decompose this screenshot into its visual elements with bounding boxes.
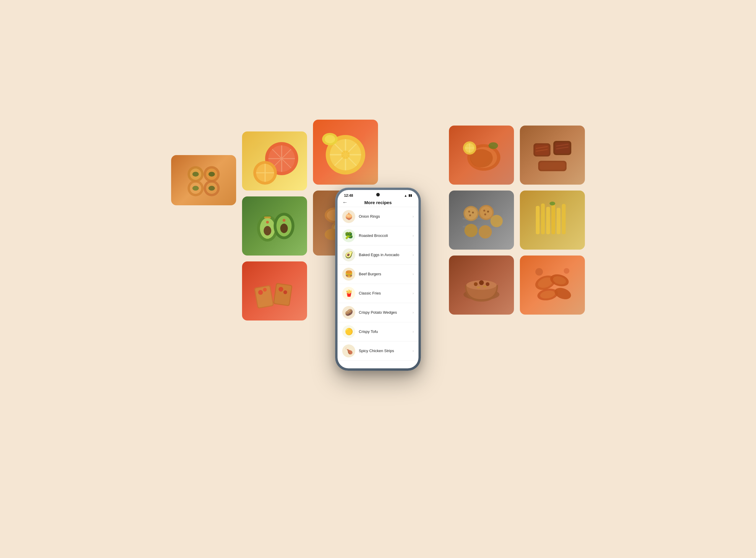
svg-rect-92 bbox=[552, 205, 555, 234]
svg-point-8 bbox=[192, 172, 199, 176]
recipe-name-crispy-tofu: Crispy Tofu bbox=[359, 329, 409, 334]
svg-point-98 bbox=[474, 282, 478, 286]
recipe-name-classic-fries: Classic Fries bbox=[359, 291, 409, 296]
svg-point-101 bbox=[477, 286, 481, 288]
svg-point-37 bbox=[341, 150, 350, 159]
recipe-list: 🧅 Onion Rings › 🥦 Roasted Broccoli › 🥑 B… bbox=[338, 207, 418, 362]
svg-point-78 bbox=[468, 211, 470, 212]
recipe-chevron-onion-rings: › bbox=[413, 214, 414, 219]
svg-rect-30 bbox=[264, 217, 271, 218]
recipe-chevron-classic-fries: › bbox=[413, 291, 414, 296]
recipe-name-baked-eggs-avocado: Baked Eggs in Avocado bbox=[359, 253, 409, 257]
svg-point-9 bbox=[209, 172, 215, 176]
svg-rect-94 bbox=[562, 204, 566, 234]
recipe-thumb-beef-burgers: 🍔 bbox=[342, 268, 355, 281]
svg-rect-90 bbox=[541, 204, 545, 234]
recipe-name-onion-rings: Onion Rings bbox=[359, 214, 409, 219]
recipe-item-spicy-chicken-strips[interactable]: 🍗 Spicy Chicken Strips › bbox=[338, 341, 418, 361]
status-time: 12:48 bbox=[344, 194, 353, 198]
svg-point-84 bbox=[487, 211, 489, 212]
svg-point-83 bbox=[483, 209, 485, 211]
recipe-item-classic-fries[interactable]: 🍟 Classic Fries › bbox=[338, 284, 418, 303]
phone-screen: 12:48 ▲ ▮▮ ← More recipes 🧅 Onion Rings … bbox=[338, 190, 418, 369]
camera-notch bbox=[376, 193, 380, 197]
svg-point-88 bbox=[490, 215, 503, 227]
svg-point-39 bbox=[325, 135, 335, 143]
svg-rect-54 bbox=[274, 284, 291, 305]
recipe-chevron-crispy-potato-wedges: › bbox=[413, 310, 414, 314]
recipe-item-beef-burgers[interactable]: 🍔 Beef Burgers › bbox=[338, 265, 418, 284]
svg-rect-93 bbox=[557, 208, 560, 234]
svg-point-95 bbox=[550, 201, 555, 205]
svg-point-87 bbox=[479, 225, 492, 238]
recipe-name-roasted-broccoli: Roasted Broccoli bbox=[359, 233, 409, 238]
food-tile-l2 bbox=[242, 131, 307, 191]
food-tile-l4 bbox=[313, 120, 378, 185]
svg-point-29 bbox=[283, 219, 286, 222]
food-tile-r2 bbox=[520, 126, 585, 185]
svg-point-100 bbox=[486, 282, 489, 286]
svg-point-102 bbox=[483, 285, 487, 287]
battery-icon: ▮▮ bbox=[409, 194, 412, 197]
phone-outer: 12:48 ▲ ▮▮ ← More recipes 🧅 Onion Rings … bbox=[335, 187, 421, 371]
food-tile-r6 bbox=[520, 255, 585, 314]
recipe-chevron-beef-burgers: › bbox=[413, 272, 414, 276]
recipe-chevron-spicy-chicken-strips: › bbox=[413, 349, 414, 353]
food-tile-r5 bbox=[449, 255, 514, 314]
app-header: ← More recipes bbox=[338, 198, 418, 207]
svg-point-24 bbox=[264, 226, 271, 235]
back-button[interactable]: ← bbox=[342, 199, 347, 206]
recipe-name-beef-burgers: Beef Burgers bbox=[359, 272, 409, 276]
app-title: More recipes bbox=[364, 200, 392, 205]
recipe-chevron-crispy-tofu: › bbox=[413, 330, 414, 334]
food-tile-l6 bbox=[242, 261, 307, 321]
recipe-item-crispy-tofu[interactable]: 🟡 Crispy Tofu › bbox=[338, 322, 418, 341]
recipe-thumb-spicy-chicken-strips: 🍗 bbox=[342, 345, 355, 357]
svg-point-82 bbox=[480, 206, 492, 219]
svg-point-111 bbox=[564, 268, 569, 274]
svg-point-77 bbox=[465, 207, 477, 220]
svg-point-99 bbox=[479, 280, 484, 285]
food-tile-l1 bbox=[171, 155, 236, 205]
recipe-thumb-onion-rings: 🧅 bbox=[342, 210, 355, 223]
recipe-name-spicy-chicken-strips: Spicy Chicken Strips bbox=[359, 349, 409, 353]
svg-point-109 bbox=[553, 286, 572, 301]
recipe-chevron-baked-eggs-avocado: › bbox=[413, 253, 414, 257]
recipe-name-crispy-potato-wedges: Crispy Potato Wedges bbox=[359, 310, 409, 314]
svg-point-10 bbox=[192, 186, 199, 191]
recipe-thumb-crispy-potato-wedges: 🥔 bbox=[342, 306, 355, 319]
svg-point-11 bbox=[209, 186, 215, 191]
food-tile-l3 bbox=[242, 197, 307, 255]
svg-point-86 bbox=[464, 224, 478, 237]
status-icons: ▲ ▮▮ bbox=[404, 194, 412, 197]
svg-rect-91 bbox=[546, 207, 550, 234]
recipe-chevron-roasted-broccoli: › bbox=[413, 234, 414, 238]
recipe-item-baked-eggs-avocado[interactable]: 🥑 Baked Eggs in Avocado › bbox=[338, 246, 418, 265]
recipe-thumb-roasted-broccoli: 🥦 bbox=[342, 229, 355, 242]
food-tile-r3 bbox=[449, 191, 514, 250]
recipe-thumb-baked-eggs-avocado: 🥑 bbox=[342, 248, 355, 261]
food-tile-r4 bbox=[520, 191, 585, 250]
svg-rect-73 bbox=[540, 162, 565, 170]
recipe-thumb-classic-fries: 🍟 bbox=[342, 287, 355, 300]
recipe-item-roasted-broccoli[interactable]: 🥦 Roasted Broccoli › bbox=[338, 226, 418, 246]
recipe-item-onion-rings[interactable]: 🧅 Onion Rings › bbox=[338, 207, 418, 226]
svg-point-63 bbox=[489, 142, 498, 149]
svg-point-85 bbox=[484, 213, 486, 215]
phone-wrapper: 12:48 ▲ ▮▮ ← More recipes 🧅 Onion Rings … bbox=[335, 187, 421, 371]
wifi-icon: ▲ bbox=[404, 194, 407, 197]
svg-point-80 bbox=[469, 214, 471, 216]
recipe-thumb-crispy-tofu: 🟡 bbox=[342, 325, 355, 338]
svg-point-110 bbox=[535, 268, 543, 276]
scene: 12:48 ▲ ▮▮ ← More recipes 🧅 Onion Rings … bbox=[171, 102, 585, 456]
svg-rect-89 bbox=[536, 206, 540, 234]
food-tile-r1 bbox=[449, 126, 514, 185]
svg-point-27 bbox=[280, 224, 288, 233]
svg-point-28 bbox=[266, 221, 269, 224]
recipe-item-crispy-potato-wedges[interactable]: 🥔 Crispy Potato Wedges › bbox=[338, 303, 418, 322]
svg-point-79 bbox=[472, 211, 474, 213]
